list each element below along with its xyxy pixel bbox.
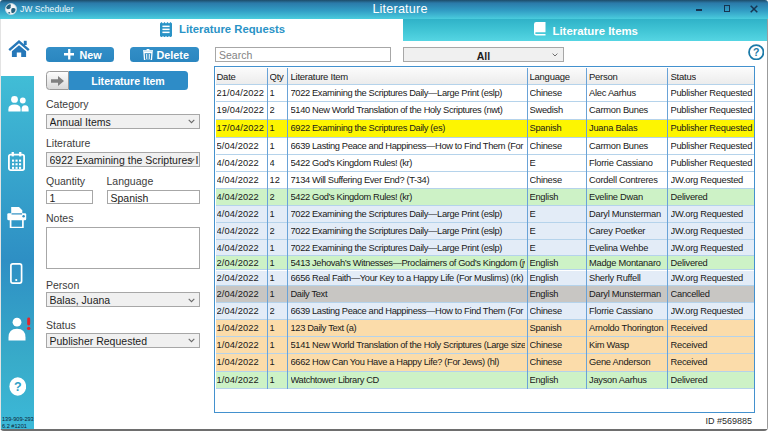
svg-text:?: ? (13, 379, 21, 393)
svg-text:?: ? (753, 46, 759, 58)
